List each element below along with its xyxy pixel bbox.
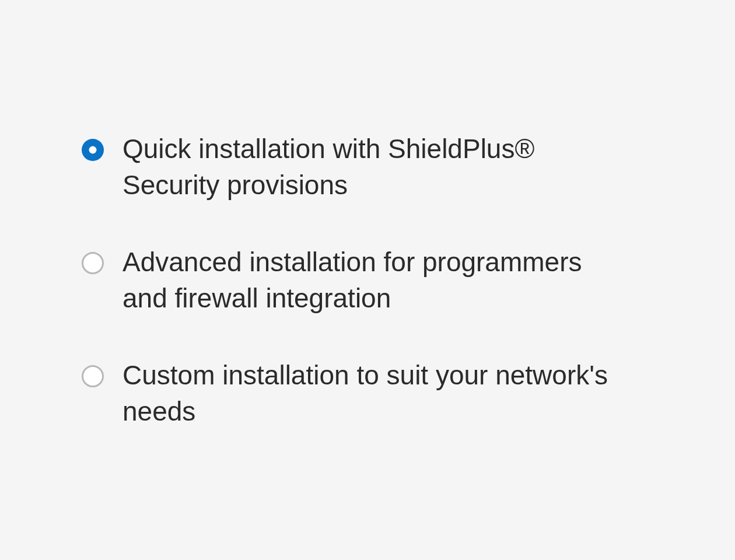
radio-label: Advanced installation for programmers an…: [123, 244, 630, 316]
installation-options-group: Quick installation with ShieldPlus® Secu…: [82, 131, 630, 430]
radio-option-custom[interactable]: Custom installation to suit your network…: [82, 357, 630, 429]
radio-button-icon: [82, 252, 104, 274]
radio-option-advanced[interactable]: Advanced installation for programmers an…: [82, 244, 630, 316]
radio-label: Quick installation with ShieldPlus® Secu…: [123, 131, 630, 203]
radio-option-quick[interactable]: Quick installation with ShieldPlus® Secu…: [82, 131, 630, 203]
radio-button-icon: [82, 139, 104, 161]
radio-label: Custom installation to suit your network…: [123, 357, 630, 429]
radio-button-icon: [82, 365, 104, 387]
